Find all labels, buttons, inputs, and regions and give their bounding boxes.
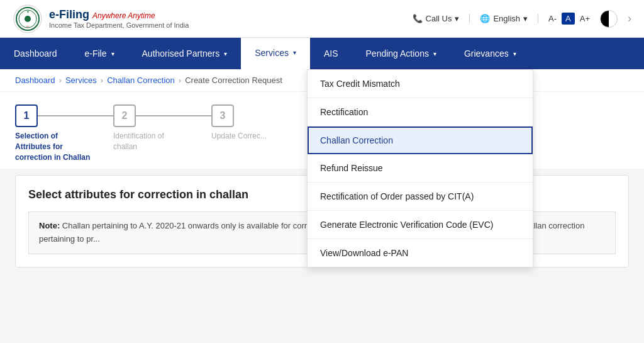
top-bar: ✦ IT e-Filing Anywhere Anytime Income Ta…: [0, 0, 644, 38]
font-decrease-button[interactable]: A-: [548, 14, 557, 23]
dropdown-item-refund-reissue[interactable]: Refund Reissue: [308, 154, 533, 183]
breadcrumb-challan[interactable]: Challan Correction: [107, 76, 175, 85]
step-3: 3 Update Correc...: [211, 104, 267, 142]
language-selector[interactable]: 🌐 English ▾: [469, 14, 538, 23]
dropdown-item-challan-correction[interactable]: Challan Correction: [308, 127, 533, 154]
logo-subtitle: Income Tax Department, Government of Ind…: [49, 21, 189, 29]
phone-icon: 📞: [413, 14, 423, 23]
step-label-2: Identification of challan: [113, 131, 189, 152]
step-1: 1 Selection of Attributes for correction…: [15, 104, 113, 162]
nav-item-partners[interactable]: Authorised Partners ▾: [128, 38, 242, 69]
call-us-button[interactable]: 📞 Call Us ▾: [413, 14, 460, 23]
breadcrumb-sep-1: ›: [59, 76, 62, 85]
dropdown-item-evc[interactable]: Generate Electronic Verification Code (E…: [308, 211, 533, 239]
contrast-button[interactable]: [600, 10, 618, 28]
breadcrumb-current: Create Correction Request: [185, 76, 282, 85]
nav-item-grievances[interactable]: Grievances ▾: [450, 38, 530, 69]
nav-item-ais[interactable]: AIS: [310, 38, 352, 69]
step-circle-2: 2: [113, 104, 136, 127]
services-arrow: ▾: [293, 49, 296, 56]
call-us-arrow: ▾: [455, 14, 459, 23]
svg-text:IT: IT: [26, 25, 29, 28]
efiling-label: e-Filing: [49, 8, 89, 21]
logo-area: ✦ IT e-Filing Anywhere Anytime Income Ta…: [13, 4, 189, 34]
nav-item-efile[interactable]: e-File ▾: [71, 38, 128, 69]
step-label-1: Selection of Attributes for correction i…: [15, 131, 91, 162]
font-normal-button[interactable]: A: [562, 13, 575, 25]
services-dropdown: Tax Credit Mismatch Rectification Challa…: [307, 69, 533, 267]
step-circle-1: 1: [15, 104, 38, 127]
breadcrumb-dashboard[interactable]: Dashboard: [15, 76, 55, 85]
nav-item-dashboard[interactable]: Dashboard: [0, 38, 71, 69]
breadcrumb-services[interactable]: Services: [65, 76, 97, 85]
nav-item-services[interactable]: Services ▾: [241, 38, 310, 69]
step-line-2: [136, 115, 211, 116]
emblem-icon: ✦ IT: [13, 4, 43, 34]
anywhere-label: Anywhere Anytime: [92, 11, 155, 20]
font-controls: A- A A+: [548, 13, 590, 25]
dropdown-item-epan[interactable]: View/Download e-PAN: [308, 239, 533, 267]
efile-arrow: ▾: [111, 50, 114, 57]
svg-point-3: [25, 16, 31, 22]
dropdown-item-tax-credit[interactable]: Tax Credit Mismatch: [308, 70, 533, 98]
font-increase-button[interactable]: A+: [580, 14, 590, 23]
scroll-button[interactable]: ›: [628, 12, 631, 25]
grievances-arrow: ▾: [513, 50, 516, 57]
note-label: Note:: [39, 221, 60, 230]
svg-text:✦: ✦: [26, 10, 30, 14]
nav-bar: Dashboard e-File ▾ Authorised Partners ▾…: [0, 38, 644, 69]
lang-arrow: ▾: [523, 14, 528, 23]
top-actions: 📞 Call Us ▾ 🌐 English ▾ A- A A+ ›: [413, 10, 631, 28]
pending-arrow: ▾: [433, 50, 436, 57]
step-2: 2 Identification of challan: [113, 104, 211, 152]
nav-item-pending[interactable]: Pending Actions ▾: [352, 38, 450, 69]
globe-icon: 🌐: [480, 14, 490, 23]
dropdown-item-rectification-cit[interactable]: Rectification of Order passed by CIT(A): [308, 183, 533, 211]
breadcrumb-sep-3: ›: [179, 76, 181, 85]
step-line-1: [38, 115, 113, 116]
logo-text: e-Filing Anywhere Anytime Income Tax Dep…: [49, 8, 189, 29]
step-label-3: Update Correc...: [211, 131, 267, 142]
breadcrumb-sep-2: ›: [101, 76, 103, 85]
step-circle-3: 3: [211, 104, 234, 127]
partners-arrow: ▾: [224, 50, 227, 57]
dropdown-item-rectification[interactable]: Rectification: [308, 98, 533, 127]
